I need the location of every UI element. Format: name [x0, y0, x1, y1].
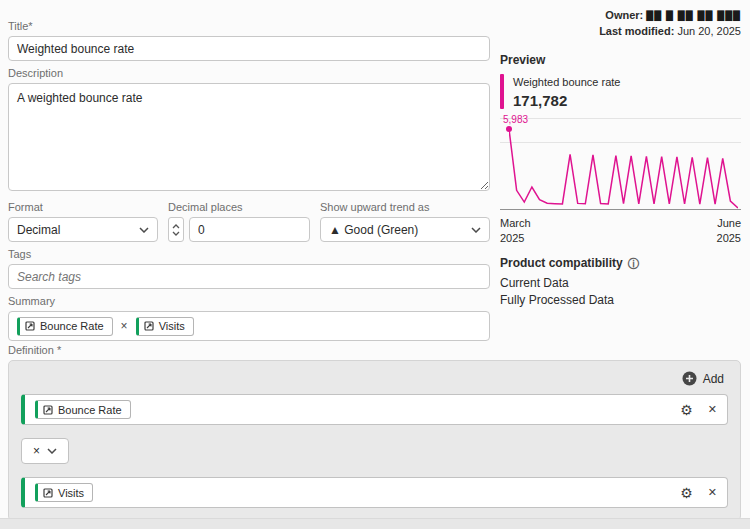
summary-chip-visits[interactable]: Visits — [136, 317, 194, 336]
info-icon[interactable]: ⓘ — [628, 258, 640, 270]
format-value: Decimal — [17, 223, 60, 237]
trend-value: ▲ Good (Green) — [329, 223, 418, 237]
settings-gear-icon[interactable]: ⚙ — [680, 486, 693, 500]
compatibility-item: Fully Processed Data — [500, 292, 741, 309]
summary-chip-bounce-rate[interactable]: Bounce Rate — [17, 317, 113, 336]
compatibility-item: Current Data — [500, 275, 741, 292]
sparkline-svg — [509, 121, 738, 209]
definition-row-bounce-rate[interactable]: Bounce Rate ⚙ ✕ — [21, 394, 728, 425]
product-compatibility: Product compatibility ⓘ Current Data Ful… — [500, 255, 741, 309]
description-input[interactable]: A weighted bounce rate — [8, 83, 490, 191]
decimal-stepper[interactable] — [168, 217, 184, 242]
preview-card: Weighted bounce rate 171,782 5,983 March — [500, 74, 741, 246]
definition-label: Definition * — [8, 344, 741, 357]
decimal-places-label: Decimal places — [168, 201, 310, 214]
page-bottom-strip — [0, 518, 750, 529]
metric-chip-bounce-rate[interactable]: Bounce Rate — [35, 400, 131, 419]
owner-label: Owner: — [605, 9, 643, 21]
last-modified-value: Jun 20, 2025 — [677, 25, 741, 37]
chevron-down-icon — [471, 227, 481, 233]
trend-label: Show upward trend as — [320, 201, 490, 214]
remove-row-icon[interactable]: ✕ — [708, 404, 717, 415]
preview-heading: Preview — [500, 53, 741, 67]
tags-input[interactable] — [8, 264, 490, 289]
chevron-down-icon — [47, 448, 57, 454]
owner-line: Owner: ██ █ ██ ██ ███ — [500, 8, 741, 24]
metric-accent-bar — [500, 74, 504, 109]
preview-sparkline-chart: 5,983 — [500, 118, 741, 210]
axis-end-year: 2025 — [717, 231, 741, 246]
decimal-places-input[interactable] — [189, 217, 310, 242]
metric-form: Title* Description A weighted bounce rat… — [8, 20, 490, 347]
last-modified-label: Last modified: — [599, 25, 674, 37]
chart-x-axis: March 2025 June 2025 — [500, 216, 741, 246]
summary-box: Bounce Rate × Visits — [8, 311, 490, 341]
metric-icon — [43, 488, 53, 498]
metric-icon — [144, 321, 154, 331]
definition-panel: Add Bounce Rate ⚙ ✕ × — [8, 360, 741, 521]
metric-icon — [43, 405, 53, 415]
last-modified-line: Last modified: Jun 20, 2025 — [500, 24, 741, 39]
stepper-up-icon — [172, 224, 180, 229]
chevron-down-icon — [139, 227, 149, 233]
add-icon — [682, 371, 697, 386]
stepper-down-icon — [172, 231, 180, 236]
description-label: Description — [8, 67, 490, 80]
trend-select[interactable]: ▲ Good (Green) — [320, 217, 490, 242]
operator-value: × — [33, 444, 40, 458]
title-label: Title* — [8, 20, 490, 33]
compatibility-heading: Product compatibility — [500, 255, 623, 272]
preview-column: Owner: ██ █ ██ ██ ███ Last modified: Jun… — [500, 8, 741, 309]
data-point-dot — [506, 126, 512, 132]
owner-value: ██ █ ██ ██ ███ — [646, 11, 741, 21]
format-label: Format — [8, 201, 158, 214]
summary-chip-label: Visits — [159, 320, 185, 332]
definition-row-visits[interactable]: Visits ⚙ ✕ — [21, 477, 728, 508]
format-select[interactable]: Decimal — [8, 217, 158, 242]
metric-icon — [25, 321, 35, 331]
data-point-label: 5,983 — [503, 114, 528, 125]
summary-chip-label: Bounce Rate — [40, 320, 104, 332]
remove-row-icon[interactable]: ✕ — [708, 487, 717, 498]
tags-label: Tags — [8, 248, 490, 261]
definition-section: Definition * Add Bounce Rate ⚙ ✕ × — [8, 344, 741, 521]
summary-operator: × — [121, 319, 128, 333]
operator-select[interactable]: × — [21, 438, 69, 464]
add-button-label: Add — [703, 372, 724, 386]
metric-chip-label: Visits — [58, 487, 84, 499]
summary-label: Summary — [8, 295, 490, 308]
metric-chip-label: Bounce Rate — [58, 404, 122, 416]
add-button[interactable]: Add — [678, 369, 728, 388]
settings-gear-icon[interactable]: ⚙ — [680, 403, 693, 417]
axis-end-month: June — [717, 216, 741, 231]
axis-start-month: March — [500, 216, 531, 231]
preview-metric-value: 171,782 — [513, 92, 620, 109]
preview-metric-title: Weighted bounce rate — [513, 76, 620, 88]
axis-start-year: 2025 — [500, 231, 531, 246]
metric-chip-visits[interactable]: Visits — [35, 483, 93, 502]
title-input[interactable] — [8, 36, 490, 61]
